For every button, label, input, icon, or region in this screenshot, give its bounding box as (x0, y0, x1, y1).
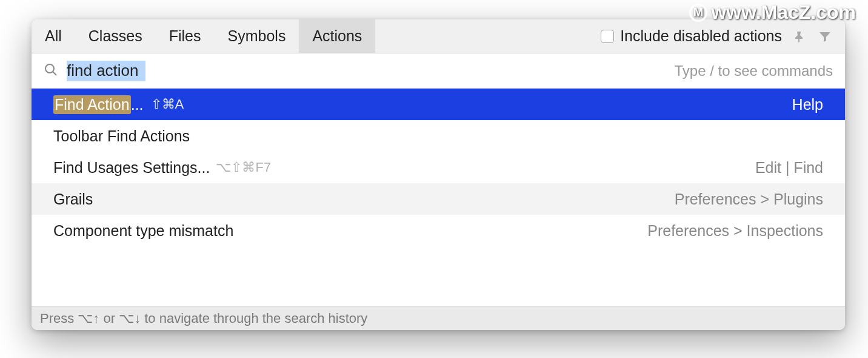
svg-point-0 (45, 64, 54, 73)
watermark-overlay: M www.MacZ.com (689, 1, 856, 24)
result-label: Component type mismatch (53, 222, 233, 240)
search-input[interactable]: find action (67, 60, 667, 81)
tab-files[interactable]: Files (156, 19, 215, 53)
tab-actions-label: Actions (312, 27, 362, 45)
result-row[interactable]: Find Usages Settings... ⌥⇧⌘F7 Edit | Fin… (32, 152, 845, 183)
result-label: Find Usages Settings... ⌥⇧⌘F7 (53, 159, 271, 177)
result-suffix: ... (131, 96, 144, 113)
tab-classes[interactable]: Classes (75, 19, 156, 53)
pin-icon[interactable] (792, 29, 807, 44)
tab-actions[interactable]: Actions (299, 19, 375, 53)
tab-classes-label: Classes (88, 27, 142, 45)
result-row[interactable]: Toolbar Find Actions (32, 120, 845, 152)
result-context: Preferences > Plugins (675, 191, 823, 208)
search-everywhere-popup: All Classes Files Symbols Actions Includ… (32, 19, 845, 330)
footer-text: Press ⌥↑ or ⌥↓ to navigate through the s… (40, 311, 367, 326)
result-label: Grails (53, 191, 93, 208)
tab-all[interactable]: All (32, 19, 75, 53)
result-highlight-text: Find Action (53, 95, 131, 114)
tab-symbols[interactable]: Symbols (215, 19, 299, 53)
include-disabled-checkbox[interactable]: Include disabled actions (601, 27, 782, 45)
results-list: Find Action... ⇧⌘A Help Toolbar Find Act… (32, 89, 845, 306)
search-hint: Type / to see commands (675, 62, 833, 79)
tab-files-label: Files (169, 27, 201, 45)
result-row[interactable]: Find Action... ⇧⌘A Help (32, 89, 845, 120)
checkbox-box-icon (601, 30, 614, 43)
watermark-text: www.MacZ.com (711, 1, 856, 24)
tabs-bar: All Classes Files Symbols Actions Includ… (32, 19, 845, 53)
result-context: Preferences > Inspections (647, 222, 823, 240)
include-disabled-label: Include disabled actions (620, 27, 782, 45)
tabs-container: All Classes Files Symbols Actions (32, 19, 375, 53)
tab-right-controls: Include disabled actions (601, 27, 840, 45)
footer-hint: Press ⌥↑ or ⌥↓ to navigate through the s… (32, 306, 845, 330)
result-context: Help (792, 96, 823, 113)
search-input-value: find action (67, 60, 139, 81)
watermark-logo-icon: M (689, 4, 707, 22)
result-label: Find Action... ⇧⌘A (53, 95, 184, 114)
result-context: Edit | Find (755, 159, 823, 177)
result-row[interactable]: Component type mismatch Preferences > In… (32, 215, 845, 246)
svg-line-1 (53, 72, 56, 75)
filter-icon[interactable] (817, 29, 833, 44)
result-row[interactable]: Grails Preferences > Plugins (32, 183, 845, 215)
tab-symbols-label: Symbols (228, 27, 286, 45)
result-shortcut: ⇧⌘A (151, 96, 184, 112)
result-label-text: Find Usages Settings... (53, 159, 210, 177)
result-shortcut: ⌥⇧⌘F7 (216, 160, 271, 175)
search-icon (44, 62, 58, 79)
search-row: find action Type / to see commands (32, 53, 845, 89)
tab-all-label: All (45, 27, 62, 45)
result-label: Toolbar Find Actions (53, 127, 190, 145)
